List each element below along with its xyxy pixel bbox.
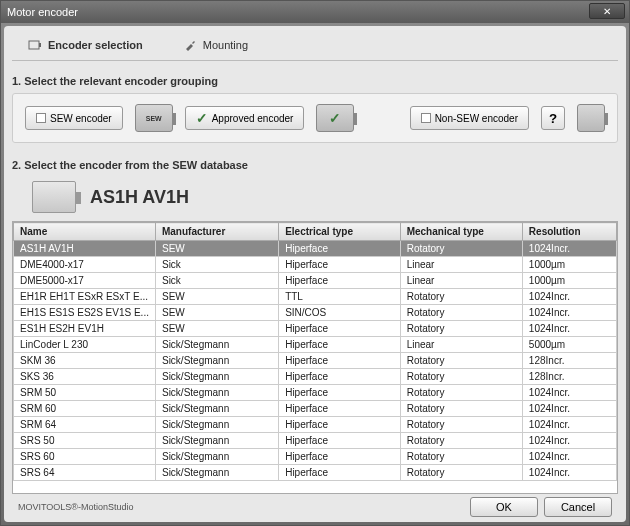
approved-encoder-button[interactable]: ✓ Approved encoder — [185, 106, 305, 130]
cell-manufacturer: Sick — [155, 273, 278, 289]
selected-encoder-name: AS1H AV1H — [90, 187, 189, 208]
section1-heading: 1. Select the relevant encoder grouping — [12, 75, 618, 87]
table-row[interactable]: SRS 64Sick/StegmannHiperfaceRotatory1024… — [14, 465, 617, 481]
svg-rect-0 — [29, 41, 39, 49]
cell-electrical: Hiperface — [279, 257, 401, 273]
cell-electrical: Hiperface — [279, 241, 401, 257]
cell-electrical: Hiperface — [279, 369, 401, 385]
square-icon — [421, 113, 431, 123]
cell-resolution: 1024Incr. — [522, 449, 616, 465]
cell-name: SRM 50 — [14, 385, 156, 401]
cell-name: EH1R EH1T ESxR ESxT E... — [14, 289, 156, 305]
cell-name: AS1H AV1H — [14, 241, 156, 257]
table-row[interactable]: SKM 36Sick/StegmannHiperfaceRotatory128I… — [14, 353, 617, 369]
tab-mounting[interactable]: Mounting — [173, 36, 258, 54]
dialog-window: Motor encoder ✕ Encoder selection Mounti… — [0, 0, 630, 526]
tab-row: Encoder selection Mounting — [12, 32, 618, 61]
status-text: MOVITOOLS®-MotionStudio — [18, 502, 134, 512]
cell-resolution: 1024Incr. — [522, 321, 616, 337]
col-resolution[interactable]: Resolution — [522, 223, 616, 241]
col-electrical-type[interactable]: Electrical type — [279, 223, 401, 241]
table-row[interactable]: AS1H AV1HSEWHiperfaceRotatory1024Incr. — [14, 241, 617, 257]
cell-mechanical: Rotatory — [400, 433, 522, 449]
cell-electrical: Hiperface — [279, 321, 401, 337]
table-row[interactable]: LinCoder L 230Sick/StegmannHiperfaceLine… — [14, 337, 617, 353]
cell-resolution: 1024Incr. — [522, 385, 616, 401]
cell-name: SRM 60 — [14, 401, 156, 417]
cell-name: SRM 64 — [14, 417, 156, 433]
cell-name: SRS 64 — [14, 465, 156, 481]
table-header-row: Name Manufacturer Electrical type Mechan… — [14, 223, 617, 241]
cell-manufacturer: Sick/Stegmann — [155, 353, 278, 369]
cell-name: SKS 36 — [14, 369, 156, 385]
cell-name: DME5000-x17 — [14, 273, 156, 289]
chip-label: SEW — [146, 115, 162, 122]
close-button[interactable]: ✕ — [589, 3, 625, 19]
table-row[interactable]: SRM 60Sick/StegmannHiperfaceRotatory1024… — [14, 401, 617, 417]
sew-encoder-graphic: SEW — [135, 104, 173, 132]
non-sew-encoder-button[interactable]: Non-SEW encoder — [410, 106, 529, 130]
cell-resolution: 1000µm — [522, 257, 616, 273]
table-row[interactable]: SRS 60Sick/StegmannHiperfaceRotatory1024… — [14, 449, 617, 465]
col-name[interactable]: Name — [14, 223, 156, 241]
button-label: SEW encoder — [50, 113, 112, 124]
table-row[interactable]: DME5000-x17SickHiperfaceLinear1000µm — [14, 273, 617, 289]
cell-manufacturer: Sick/Stegmann — [155, 401, 278, 417]
sew-encoder-button[interactable]: SEW encoder — [25, 106, 123, 130]
cell-electrical: TTL — [279, 289, 401, 305]
table-row[interactable]: SRS 50Sick/StegmannHiperfaceRotatory1024… — [14, 433, 617, 449]
cell-mechanical: Rotatory — [400, 449, 522, 465]
window-title: Motor encoder — [7, 6, 78, 18]
cell-name: EH1S ES1S ES2S EV1S E... — [14, 305, 156, 321]
cell-name: DME4000-x17 — [14, 257, 156, 273]
cell-electrical: Hiperface — [279, 433, 401, 449]
encoder-table-wrap[interactable]: Name Manufacturer Electrical type Mechan… — [12, 221, 618, 494]
section2-heading: 2. Select the encoder from the SEW datab… — [12, 159, 618, 171]
cell-resolution: 1024Incr. — [522, 305, 616, 321]
cell-name: LinCoder L 230 — [14, 337, 156, 353]
cell-resolution: 1024Incr. — [522, 417, 616, 433]
col-mechanical-type[interactable]: Mechanical type — [400, 223, 522, 241]
tab-label: Encoder selection — [48, 39, 143, 51]
help-label: ? — [549, 111, 557, 126]
encoder-table: Name Manufacturer Electrical type Mechan… — [13, 222, 617, 481]
table-row[interactable]: ES1H ES2H EV1HSEWHiperfaceRotatory1024In… — [14, 321, 617, 337]
cell-manufacturer: Sick/Stegmann — [155, 337, 278, 353]
cell-mechanical: Rotatory — [400, 353, 522, 369]
cell-electrical: Hiperface — [279, 417, 401, 433]
encoder-selection-icon — [28, 38, 42, 52]
cell-resolution: 1024Incr. — [522, 289, 616, 305]
cell-resolution: 1024Incr. — [522, 433, 616, 449]
cell-mechanical: Linear — [400, 273, 522, 289]
cell-mechanical: Rotatory — [400, 321, 522, 337]
cell-name: SKM 36 — [14, 353, 156, 369]
close-icon: ✕ — [603, 6, 611, 17]
cell-manufacturer: Sick/Stegmann — [155, 385, 278, 401]
cell-electrical: Hiperface — [279, 449, 401, 465]
table-row[interactable]: EH1R EH1T ESxR ESxT E...SEWTTLRotatory10… — [14, 289, 617, 305]
cell-manufacturer: SEW — [155, 321, 278, 337]
help-button[interactable]: ? — [541, 106, 565, 130]
cell-manufacturer: Sick/Stegmann — [155, 433, 278, 449]
cell-resolution: 1024Incr. — [522, 401, 616, 417]
cell-manufacturer: SEW — [155, 241, 278, 257]
tab-encoder-selection[interactable]: Encoder selection — [18, 36, 153, 54]
cell-mechanical: Rotatory — [400, 305, 522, 321]
table-row[interactable]: DME4000-x17SickHiperfaceLinear1000µm — [14, 257, 617, 273]
col-manufacturer[interactable]: Manufacturer — [155, 223, 278, 241]
table-row[interactable]: SRM 64Sick/StegmannHiperfaceRotatory1024… — [14, 417, 617, 433]
cell-manufacturer: Sick/Stegmann — [155, 465, 278, 481]
table-row[interactable]: EH1S ES1S ES2S EV1S E...SEWSIN/COSRotato… — [14, 305, 617, 321]
cancel-button[interactable]: Cancel — [544, 497, 612, 517]
ok-button[interactable]: OK — [470, 497, 538, 517]
table-row[interactable]: SKS 36Sick/StegmannHiperfaceRotatory128I… — [14, 369, 617, 385]
svg-rect-1 — [39, 43, 41, 47]
cell-resolution: 1000µm — [522, 273, 616, 289]
cell-resolution: 1024Incr. — [522, 465, 616, 481]
cell-electrical: Hiperface — [279, 465, 401, 481]
table-row[interactable]: SRM 50Sick/StegmannHiperfaceRotatory1024… — [14, 385, 617, 401]
cell-resolution: 1024Incr. — [522, 241, 616, 257]
cell-mechanical: Linear — [400, 337, 522, 353]
cell-electrical: SIN/COS — [279, 305, 401, 321]
cell-mechanical: Rotatory — [400, 465, 522, 481]
